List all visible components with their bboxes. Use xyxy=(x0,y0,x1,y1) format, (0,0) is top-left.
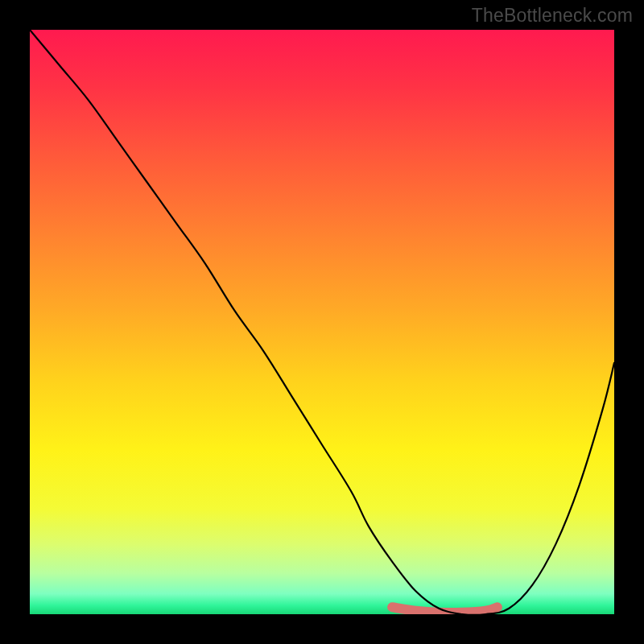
plot-area xyxy=(30,30,614,614)
chart-frame: TheBottleneck.com xyxy=(0,0,644,644)
chart-svg xyxy=(30,30,614,614)
bottleneck-curve xyxy=(30,30,614,614)
watermark-text: TheBottleneck.com xyxy=(472,5,633,27)
